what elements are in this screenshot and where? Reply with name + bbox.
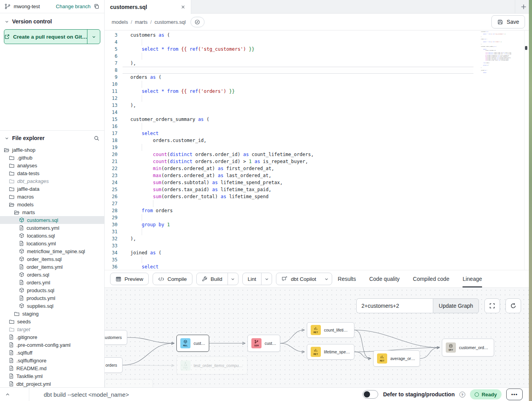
pr-dropdown-toggle[interactable] — [87, 30, 100, 44]
code-line[interactable]: 34joined as ( — [105, 249, 532, 256]
file-tree-item[interactable]: macros — [0, 193, 104, 200]
copilot-dropdown-toggle[interactable] — [321, 273, 332, 285]
code-line[interactable]: 30 group by 1 — [105, 221, 532, 228]
file-tree-item[interactable]: README.md — [0, 364, 104, 372]
code-line[interactable]: 19 — [105, 144, 532, 151]
code-line[interactable]: 32), — [105, 235, 532, 242]
change-branch-link[interactable]: Change branch — [56, 4, 91, 9]
code-line[interactable]: 3customers as ( — [105, 32, 532, 39]
file-tree-item[interactable]: .pre-commit-config.yaml — [0, 341, 104, 349]
compile-button[interactable]: Compile — [153, 273, 192, 285]
lineage-node-count_lifetime_orders[interactable]: METcount_lifetime_orders — [307, 322, 354, 338]
code-line[interactable]: 17 select — [105, 130, 532, 137]
defer-toggle[interactable] — [363, 390, 378, 399]
expand-command-bar-button[interactable] — [0, 388, 29, 401]
file-tree-item[interactable]: .gitignore — [0, 333, 104, 341]
file-tree-item[interactable]: order_items.sql — [0, 255, 104, 263]
code-line[interactable]: 10 — [105, 81, 532, 88]
refresh-button[interactable] — [505, 298, 521, 313]
fullscreen-button[interactable] — [484, 298, 500, 313]
file-tree-item[interactable]: products.sql — [0, 286, 104, 294]
save-button[interactable]: Save — [491, 15, 525, 28]
file-tree-item[interactable]: Taskfile.yml — [0, 372, 104, 380]
file-tree-item[interactable]: customers.sql — [0, 216, 104, 224]
panel-tab-code-quality[interactable]: Code quality — [369, 270, 400, 287]
lineage-selector-input[interactable] — [356, 298, 433, 313]
code-line[interactable]: 9orders as ( — [105, 74, 532, 81]
code-line[interactable]: 26 sum(orders.order_total) as lifetime_s… — [105, 193, 532, 200]
code-line[interactable]: 35 — [105, 256, 532, 263]
code-line[interactable]: 23 max(orders.ordered_at) as last_ordere… — [105, 172, 532, 179]
code-line[interactable]: 29 — [105, 214, 532, 221]
code-line[interactable]: 15customer_orders_summary as ( — [105, 116, 532, 123]
lineage-node-stg_customers[interactable]: stg_customers — [105, 330, 127, 345]
code-line[interactable]: 13), — [105, 102, 532, 109]
panel-tab-results[interactable]: Results — [338, 270, 356, 287]
file-explorer-header[interactable]: File explorer — [0, 131, 104, 144]
editor-scrollbar[interactable] — [524, 30, 527, 270]
lineage-panel[interactable]: stg_customersordersMDLcustomersTSTtest_o… — [105, 288, 532, 387]
more-options-button[interactable]: ••• — [506, 389, 523, 400]
file-tree-item[interactable]: seeds — [0, 318, 104, 325]
panel-tab-compiled-code[interactable]: Compiled code — [413, 270, 449, 287]
code-line[interactable]: 6 — [105, 53, 532, 60]
file-tree-item[interactable]: .sqlfluff — [0, 349, 104, 357]
copilot-compass-button[interactable] — [190, 17, 205, 27]
file-tree-item[interactable]: orders.yml — [0, 279, 104, 286]
file-tree-item[interactable]: analyses — [0, 161, 104, 169]
tab-customers-sql[interactable]: customers.sql — [105, 0, 191, 14]
code-line[interactable]: 36 select — [105, 263, 532, 270]
file-tree-item[interactable]: jaffle-data — [0, 185, 104, 193]
code-line[interactable]: 31 — [105, 228, 532, 235]
file-tree-item[interactable]: staging — [0, 310, 104, 318]
lineage-node-customer_order_metrics[interactable]: QRYcustomer_order_metrics — [442, 339, 494, 357]
file-tree-item[interactable]: jaffle-shop — [0, 146, 104, 154]
file-tree-item[interactable]: dbt_project.yml — [0, 380, 104, 387]
code-line[interactable]: 22 min(orders.ordered_at) as first_order… — [105, 165, 532, 172]
file-tree-item[interactable]: dbt_packages — [0, 177, 104, 185]
code-line[interactable]: 16 — [105, 123, 532, 130]
preview-button[interactable]: Preview — [110, 273, 149, 285]
code-line[interactable]: 12 — [105, 95, 532, 102]
lineage-node-lifetime_spend_pretax[interactable]: METlifetime_spend_pretax — [307, 344, 354, 360]
code-line[interactable]: 28 from orders — [105, 207, 532, 214]
lineage-node-partial_node[interactable] — [105, 379, 153, 387]
code-line[interactable]: 27 — [105, 200, 532, 207]
file-tree-item[interactable]: products.yml — [0, 294, 104, 302]
lint-button[interactable]: Lint — [242, 273, 272, 285]
file-tree-item[interactable]: supplies.sql — [0, 302, 104, 310]
lineage-node-customers_model[interactable]: MDLcustomers — [176, 335, 209, 352]
lineage-node-orders[interactable]: orders — [105, 357, 123, 373]
lint-dropdown-toggle[interactable] — [261, 273, 272, 285]
file-tree-item[interactable]: orders.sql — [0, 271, 104, 279]
file-tree-item[interactable]: data-tests — [0, 169, 104, 177]
file-tree-item[interactable]: marts — [0, 208, 104, 216]
file-tree-item[interactable]: customers.yml — [0, 224, 104, 232]
version-control-header[interactable]: Version control — [0, 13, 104, 28]
file-tree-item[interactable]: order_items.yml — [0, 263, 104, 271]
code-line[interactable]: 24 sum(orders.subtotal) as lifetime_spen… — [105, 179, 532, 186]
code-line[interactable]: 18 orders.customer_id, — [105, 137, 532, 144]
build-button[interactable]: Build — [196, 273, 238, 285]
lineage-node-average_order_value[interactable]: METaverage_order_value — [373, 350, 420, 367]
lineage-node-test_order_items[interactable]: TSTtest_order_items_compute_to_bools… — [176, 357, 247, 374]
copy-icon[interactable] — [94, 4, 100, 9]
command-input[interactable] — [29, 388, 363, 401]
code-line[interactable]: 7), — [105, 60, 532, 67]
scrollbar-handle[interactable] — [525, 46, 527, 50]
code-line[interactable]: 33 — [105, 242, 532, 249]
file-tree-item[interactable]: metricflow_time_spine.sql — [0, 247, 104, 255]
build-dropdown-toggle[interactable] — [228, 273, 238, 285]
update-graph-button[interactable]: Update Graph — [433, 298, 479, 313]
help-icon[interactable]: ? — [459, 392, 465, 397]
code-line[interactable]: 11 select * from {{ ref('orders') }} — [105, 88, 532, 95]
code-line[interactable]: 20 count(distinct orders.order_id) as co… — [105, 151, 532, 158]
code-line[interactable]: 21 count(distinct orders.order_id) > 1 a… — [105, 158, 532, 165]
file-tree-item[interactable]: locations.sql — [0, 232, 104, 240]
dbt-copilot-button[interactable]: dbt Copilot — [276, 273, 332, 285]
code-line[interactable]: 25 sum(orders.tax_paid) as lifetime_tax_… — [105, 186, 532, 193]
code-line[interactable]: 14 — [105, 109, 532, 116]
code-line[interactable]: 8 — [105, 67, 532, 74]
file-tree-item[interactable]: .sqlfluffignore — [0, 357, 104, 364]
search-icon[interactable] — [94, 135, 100, 141]
